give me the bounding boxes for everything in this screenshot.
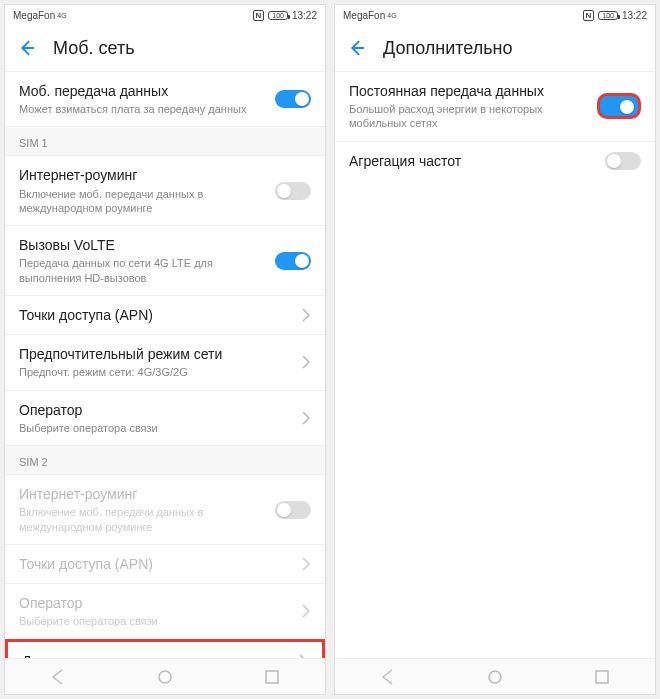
clock: 13:22 xyxy=(622,10,647,21)
chevron-right-icon xyxy=(301,411,311,425)
signal-indicator: 4G xyxy=(57,12,66,19)
section-sim1: SIM 1 xyxy=(5,126,325,155)
toggle-roaming-sim1[interactable] xyxy=(275,182,311,200)
toggle-carrier-aggregation[interactable] xyxy=(605,152,641,170)
clock: 13:22 xyxy=(292,10,317,21)
app-bar: Моб. сеть xyxy=(5,25,325,71)
page-title: Дополнительно xyxy=(383,38,513,59)
signal-indicator: 4G xyxy=(387,12,396,19)
row-operator-sim1[interactable]: Оператор Выберите оператора связи xyxy=(5,390,325,445)
carrier-label: MegaFon xyxy=(13,10,55,21)
row-operator-sim2: Оператор Выберите оператора связи xyxy=(5,583,325,638)
battery-icon: 100 xyxy=(268,11,288,20)
status-bar: MegaFon4G N 100 13:22 xyxy=(335,5,655,25)
row-always-on-data[interactable]: Постоянная передача данных Большой расхо… xyxy=(335,71,655,141)
toggle-volte[interactable] xyxy=(275,252,311,270)
nav-recent-icon[interactable] xyxy=(593,668,611,686)
section-sim2: SIM 2 xyxy=(5,445,325,474)
row-apn-sim1[interactable]: Точки доступа (APN) xyxy=(5,295,325,334)
row-volte[interactable]: Вызовы VoLTE Передача данных по сети 4G … xyxy=(5,225,325,295)
row-roaming-sim2: Интернет-роуминг Включение моб. передачи… xyxy=(5,474,325,544)
nav-recent-icon[interactable] xyxy=(263,668,281,686)
row-title: Предпочтительный режим сети xyxy=(19,345,291,363)
chevron-right-icon xyxy=(301,308,311,322)
svg-rect-1 xyxy=(266,671,278,683)
back-icon[interactable] xyxy=(15,37,37,59)
row-advanced[interactable]: Дополнительно xyxy=(5,639,325,658)
row-subtitle: Передача данных по сети 4G LTE для выпол… xyxy=(19,256,265,285)
nav-bar xyxy=(335,658,655,694)
chevron-right-icon xyxy=(301,557,311,571)
svg-point-0 xyxy=(159,671,171,683)
row-roaming-sim1[interactable]: Интернет-роуминг Включение моб. передачи… xyxy=(5,155,325,225)
phone-left: MegaFon4G N 100 13:22 Моб. сеть Моб. пер… xyxy=(4,4,326,695)
row-title: Точки доступа (APN) xyxy=(19,306,291,324)
chevron-right-icon xyxy=(301,604,311,618)
row-subtitle: Может взиматься плата за передачу данных xyxy=(19,102,265,116)
row-title: Постоянная передача данных xyxy=(349,82,587,100)
row-title: Вызовы VoLTE xyxy=(19,236,265,254)
nav-bar xyxy=(5,658,325,694)
nfc-icon: N xyxy=(253,10,265,21)
row-title: Оператор xyxy=(19,401,291,419)
row-title: Агрегация частот xyxy=(349,152,595,170)
row-network-mode[interactable]: Предпочтительный режим сети Предпочт. ре… xyxy=(5,334,325,389)
row-title: Оператор xyxy=(19,594,291,612)
toggle-mobile-data[interactable] xyxy=(275,90,311,108)
back-icon[interactable] xyxy=(345,37,367,59)
row-title: Точки доступа (APN) xyxy=(19,555,291,573)
row-subtitle: Включение моб. передачи данных в междуна… xyxy=(19,187,265,216)
svg-point-2 xyxy=(489,671,501,683)
phone-right: MegaFon4G N 100 13:22 Дополнительно Пост… xyxy=(334,4,656,695)
nav-home-icon[interactable] xyxy=(156,668,174,686)
row-mobile-data[interactable]: Моб. передача данных Может взиматься пла… xyxy=(5,71,325,126)
nav-home-icon[interactable] xyxy=(486,668,504,686)
nav-back-icon[interactable] xyxy=(379,668,397,686)
app-bar: Дополнительно xyxy=(335,25,655,71)
row-carrier-aggregation[interactable]: Агрегация частот xyxy=(335,141,655,180)
chevron-right-icon xyxy=(301,355,311,369)
status-bar: MegaFon4G N 100 13:22 xyxy=(5,5,325,25)
toggle-roaming-sim2 xyxy=(275,501,311,519)
row-subtitle: Предпочт. режим сети: 4G/3G/2G xyxy=(19,365,291,379)
row-title: Интернет-роуминг xyxy=(19,485,265,503)
row-subtitle: Большой расход энергии в некоторых мобил… xyxy=(349,102,587,131)
carrier-label: MegaFon xyxy=(343,10,385,21)
page-title: Моб. сеть xyxy=(53,38,135,59)
battery-icon: 100 xyxy=(598,11,618,20)
row-apn-sim2: Точки доступа (APN) xyxy=(5,544,325,583)
svg-rect-3 xyxy=(596,671,608,683)
nfc-icon: N xyxy=(583,10,595,21)
row-subtitle: Выберите оператора связи xyxy=(19,614,291,628)
settings-list: Постоянная передача данных Большой расхо… xyxy=(335,71,655,658)
settings-list: Моб. передача данных Может взиматься пла… xyxy=(5,71,325,658)
row-subtitle: Включение моб. передачи данных в междуна… xyxy=(19,505,265,534)
row-title: Интернет-роуминг xyxy=(19,166,265,184)
toggle-always-on-data[interactable] xyxy=(597,93,641,119)
nav-back-icon[interactable] xyxy=(49,668,67,686)
row-subtitle: Выберите оператора связи xyxy=(19,421,291,435)
row-title: Моб. передача данных xyxy=(19,82,265,100)
